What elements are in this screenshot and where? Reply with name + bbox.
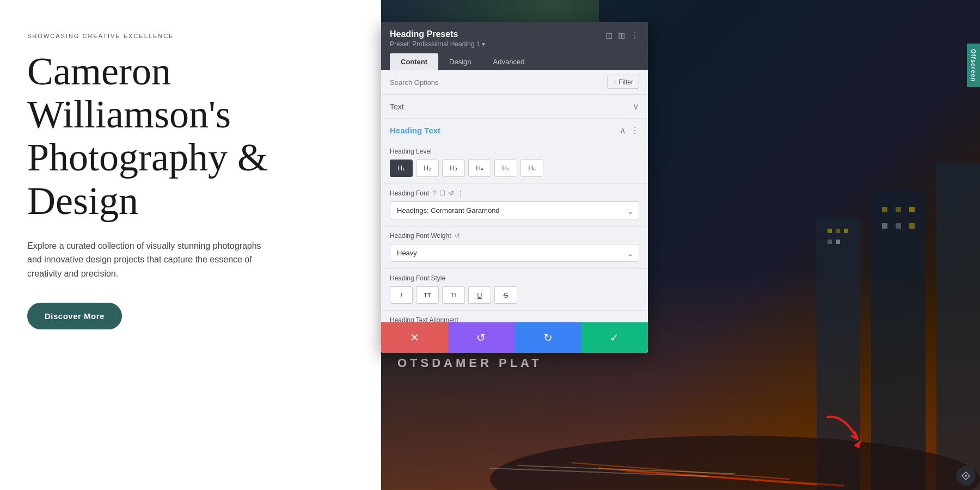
chevron-up-icon[interactable]: ∧	[620, 125, 626, 136]
heading-font-weight-field: Heading Font Weight ↺ Heavy ⌄	[381, 226, 648, 268]
svg-rect-4	[828, 240, 832, 244]
panel-tabs: Content Design Advanced	[381, 48, 648, 70]
heading-font-weight-select[interactable]: Heavy	[390, 244, 639, 262]
mobile-icon[interactable]: ☐	[439, 189, 445, 197]
svg-rect-1	[828, 229, 832, 233]
undo-button[interactable]: ↺	[448, 322, 515, 353]
expand-icon[interactable]: ⊞	[618, 30, 625, 41]
sign-text: OTSDAMER PLAT	[397, 356, 542, 370]
heading-text-section: Heading Text ∧ ⋮ Heading Level H₁ H₂ H₃ …	[381, 119, 648, 353]
svg-rect-3	[844, 229, 848, 233]
text-section[interactable]: Text ∨	[381, 95, 648, 119]
bottom-bar: ✕ ↺ ↻ ✓	[381, 322, 648, 353]
h3-button[interactable]: H₃	[442, 160, 465, 177]
chevron-down-icon: ∨	[633, 101, 639, 112]
font-select-wrapper: Headings: Cormorant Garamond ⌄	[390, 201, 639, 219]
panel-title: Heading Presets	[390, 29, 605, 39]
reset-icon[interactable]: ↺	[455, 232, 460, 240]
uppercase-button[interactable]: TT	[416, 286, 439, 304]
minimize-icon[interactable]: ⊡	[605, 30, 612, 41]
heading-font-select[interactable]: Headings: Cormorant Garamond	[390, 201, 639, 219]
offscreen-badge[interactable]: Offscreen	[967, 44, 980, 87]
filter-button[interactable]: + Filter	[607, 76, 639, 89]
h4-button[interactable]: H₄	[468, 160, 491, 177]
svg-rect-7	[882, 207, 887, 212]
panel-preset-label[interactable]: Preset: Professional Heading 1 ▾	[390, 40, 605, 48]
tab-advanced[interactable]: Advanced	[482, 53, 536, 70]
heading-font-style-label: Heading Font Style	[390, 274, 639, 282]
svg-rect-8	[896, 207, 901, 212]
heading-presets-panel: Heading Presets Preset: Professional Hea…	[381, 22, 648, 353]
reset-icon[interactable]: ↺	[449, 189, 454, 197]
tagline: SHOWCASING CREATIVE EXCELLENCE	[27, 33, 354, 39]
svg-rect-10	[882, 223, 887, 229]
dark-circle-icon[interactable]	[956, 466, 976, 486]
chevron-down-icon: ▾	[482, 40, 485, 48]
svg-rect-11	[896, 223, 901, 229]
heading-font-label: Heading Font ? ☐ ↺ ⋮	[390, 189, 639, 197]
font-weight-select-wrapper: Heavy ⌄	[390, 244, 639, 262]
heading-font-weight-label: Heading Font Weight ↺	[390, 232, 639, 240]
heading-font-style-field: Heading Font Style I TT Tt U S	[381, 269, 648, 310]
svg-point-33	[965, 475, 967, 477]
titlecase-button[interactable]: Tt	[442, 286, 465, 304]
left-content-panel: SHOWCASING CREATIVE EXCELLENCE Cameron W…	[0, 0, 381, 490]
svg-rect-13	[936, 163, 980, 490]
svg-rect-2	[836, 229, 840, 233]
panel-body: + Filter Text ∨ Heading Text ∧ ⋮ Heading…	[381, 70, 648, 353]
h2-button[interactable]: H₂	[416, 160, 439, 177]
help-icon[interactable]: ?	[432, 189, 436, 197]
h6-button[interactable]: H₆	[520, 160, 543, 177]
panel-title-area: Heading Presets Preset: Professional Hea…	[390, 29, 605, 48]
svg-rect-5	[836, 240, 840, 244]
more-icon[interactable]: ⋮	[457, 189, 464, 197]
tab-content[interactable]: Content	[390, 53, 438, 70]
svg-rect-9	[909, 207, 915, 212]
panel-header: Heading Presets Preset: Professional Hea…	[381, 22, 648, 48]
arrow-indicator	[822, 412, 866, 457]
heading-text-label: Heading Text	[390, 126, 440, 135]
cancel-button[interactable]: ✕	[381, 322, 448, 353]
strikethrough-button[interactable]: S	[494, 286, 517, 304]
text-section-label: Text	[390, 102, 404, 111]
more-vert-icon[interactable]: ⋮	[630, 125, 639, 136]
heading-section-icons: ∧ ⋮	[620, 125, 639, 136]
heading-level-buttons: H₁ H₂ H₃ H₄ H₅ H₆	[390, 160, 639, 177]
redo-button[interactable]: ↻	[514, 322, 581, 353]
italic-button[interactable]: I	[390, 286, 413, 304]
heading-font-field: Heading Font ? ☐ ↺ ⋮ Headings: Cormorant…	[381, 184, 648, 226]
svg-rect-12	[909, 223, 915, 229]
save-button[interactable]: ✓	[581, 322, 648, 353]
main-heading: Cameron Williamson's Photography & Desig…	[27, 50, 354, 223]
h1-button[interactable]: H₁	[390, 160, 413, 177]
heading-level-label: Heading Level	[390, 148, 639, 155]
tab-design[interactable]: Design	[438, 53, 482, 70]
font-style-buttons: I TT Tt U S	[390, 286, 639, 304]
sub-text: Explore a curated collection of visually…	[27, 239, 278, 281]
heading-text-header: Heading Text ∧ ⋮	[381, 119, 648, 142]
svg-marker-32	[854, 440, 861, 449]
discover-more-button[interactable]: Discover More	[27, 303, 122, 329]
h5-button[interactable]: H₅	[494, 160, 517, 177]
heading-level-field: Heading Level H₁ H₂ H₃ H₄ H₅ H₆	[381, 142, 648, 183]
panel-header-icons: ⊡ ⊞ ⋮	[605, 30, 639, 41]
search-input[interactable]	[390, 78, 603, 87]
more-icon[interactable]: ⋮	[630, 30, 639, 41]
search-bar: + Filter	[381, 70, 648, 95]
underline-button[interactable]: U	[468, 286, 491, 304]
